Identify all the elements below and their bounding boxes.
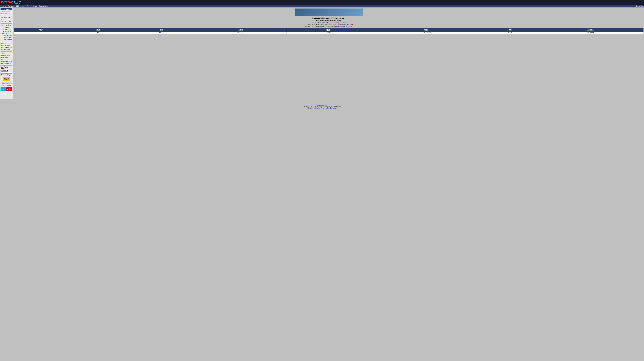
all-users-list-link[interactable]: All Users List: [0, 28, 12, 30]
cell-points-24hr: 11,012,515: [195, 32, 286, 34]
social-section: 🐦 Tweet 📌 Merken: [0, 87, 12, 91]
stats-nav-section: Stats Home/News All Summary All Users Li…: [0, 24, 12, 41]
cell-points-update: 4,518,169: [286, 32, 370, 34]
time-label: Time Now:: [0, 17, 7, 19]
color-code-label: Color codes are as follows:: [304, 24, 320, 25]
cell-wus-total: 9,570: [482, 32, 538, 34]
paypal-description: All Donations Help With Server Expenses …: [0, 81, 12, 86]
update-label: Update:: [0, 11, 5, 13]
help-button[interactable]: Help: [7, 74, 11, 76]
team-summary-link[interactable]: Team Summary: [0, 35, 12, 37]
merken-button[interactable]: 📌 Merken: [6, 87, 12, 91]
color-codes: Color codes are as follows: 0 / 1+ / 15k…: [14, 24, 644, 25]
footer: Folding Stats 2.4.0 Copyright © 2000-202…: [0, 102, 644, 110]
logo-extreme-text: EXTREME: [1, 1, 13, 4]
th-points-update: PointsUpdate: [286, 28, 370, 32]
cell-estimate: 2.9 Months: [538, 32, 644, 34]
sidebar-sep-2: [0, 42, 12, 42]
nav-eoc-forums[interactable]: EOC Forums: [15, 5, 25, 7]
stats-table: RankTeam RankProject UserName Points24hr…: [14, 28, 644, 34]
content-area: 5,000,000,000 Points Milestone Group Nex…: [13, 8, 644, 99]
date-value: 04.30.23, 12am CDT: [0, 13, 10, 17]
milestone-title: 5,000,000,000 Points Milestone Group: [14, 17, 644, 19]
th-rank-team: RankTeam: [14, 28, 68, 32]
sidebar: FAH Stats Update: Current 04.30.23, 12am…: [0, 8, 13, 99]
search-label: Team / User Search:: [0, 66, 12, 69]
table-row: 2465Neo-5211,012,5154,518,1695,029,700,4…: [14, 32, 644, 34]
fah-support-forum-link[interactable]: F@H Support Forum: [0, 56, 12, 61]
logo-oc-text: overclocking Folding 7: [13, 1, 22, 4]
privacy-policy-link[interactable]: Privacy Policy: [321, 107, 329, 109]
stats-sig-images-link[interactable]: Stats Sig Images: [0, 49, 12, 51]
team-users-list-link[interactable]: Team Users List: [0, 39, 12, 41]
cell-points-total: 5,029,700,490: [370, 32, 482, 34]
stats-database-info-link[interactable]: Stats Database Info: [0, 47, 12, 49]
cell-rank-team: 2: [14, 32, 68, 34]
footer-copyright: Copyright © 2000-2023 EXTREME Overclocki…: [0, 106, 644, 107]
th-points-total: PointsTotal: [370, 28, 482, 32]
sidebar-update-info: Update: Current 04.30.23, 12am CDT Time …: [0, 11, 12, 23]
footer-contact-link[interactable]: Contact Us: [330, 107, 336, 109]
main-layout: FAH Stats Update: Current 04.30.23, 12am…: [0, 8, 644, 99]
cc-0: 0: [320, 24, 321, 25]
red-star-note: A red star * indicates the user has just…: [14, 26, 644, 27]
th-user-name: UserName: [128, 28, 195, 32]
stats-home-news-link[interactable]: Stats Home/News: [0, 24, 12, 26]
stats-faq-link[interactable]: Stats FAQ: [0, 42, 12, 44]
nav-links: Home | Reviews | EOC Forums | File Downl…: [1, 5, 48, 7]
nav-bar: Home | Reviews | EOC Forums | File Downl…: [0, 5, 644, 8]
search-type-select[interactable]: TeamID UserID: [0, 70, 8, 72]
nav-folding-stats[interactable]: Folding Stats: [38, 5, 48, 7]
tweet-button[interactable]: 🐦 Tweet: [0, 87, 6, 91]
faq-section: Stats FAQ Stats Export Info Stats Databa…: [0, 42, 12, 51]
sidebar-title: FAH Stats: [0, 8, 12, 10]
banner-image: [294, 9, 362, 16]
nav-home[interactable]: Home: [1, 5, 6, 7]
update-value: Current: [6, 11, 10, 13]
nav-reviews[interactable]: Reviews: [7, 5, 14, 7]
cc-500k: 500k+: [342, 24, 346, 25]
nav-file-downloads[interactable]: File Downloads: [26, 5, 38, 7]
footer-links: Disclaimer of Liability · Privacy Policy…: [0, 107, 644, 109]
stats-export-info-link[interactable]: Stats Export Info: [0, 44, 12, 47]
logo-folding-text: Folding: [14, 2, 20, 4]
team-overtake-link[interactable]: Team Overtake: [0, 37, 12, 39]
cc-1plus: 1+: [322, 24, 324, 25]
cc-50k: 50k+: [328, 24, 332, 25]
official-folding-home-link[interactable]: Official Folding@Home: [0, 52, 12, 56]
search-buttons: Search Help: [0, 74, 12, 76]
cell-rank-project: 465: [68, 32, 128, 34]
paypal-donate-button[interactable]: PayPalDONATE: [3, 77, 10, 81]
milestone-subtitle: Next Milestone: 6,000,000,000 Points: [14, 20, 644, 21]
cc-15k: 15k+: [325, 24, 328, 25]
th-points-24hr: Points24hr Avg: [195, 28, 286, 32]
search-input[interactable]: [0, 72, 12, 74]
cc-100k: 100k+: [332, 24, 336, 25]
th-wus-total: WUsTotal: [482, 28, 538, 32]
cc-1m: 1M+: [347, 24, 349, 25]
next-run-value: 37 min: [7, 21, 10, 22]
search-section: Team / User Search: TeamID UserID Search…: [0, 66, 12, 76]
footer-software: Folding Stats 2.4.0: [0, 105, 644, 106]
all-teams-list-link[interactable]: All Teams List: [0, 30, 12, 33]
all-summary-link[interactable]: All Summary: [0, 26, 12, 28]
logo-bar: EXTREME overclocking Folding 7: [0, 0, 644, 5]
paypal-section: PayPalDONATE All Donations Help With Ser…: [0, 77, 12, 86]
disclaimer-link[interactable]: Disclaimer of Liability: [308, 107, 320, 109]
fah-server-status-link[interactable]: F@H Server Status: [0, 61, 12, 63]
search-button[interactable]: Search: [0, 74, 6, 76]
logo-container: EXTREME overclocking Folding 7: [1, 1, 21, 4]
stats-table-body: 2465Neo-5211,012,5154,518,1695,029,700,4…: [14, 32, 644, 34]
th-rank-project: RankProject: [68, 28, 128, 32]
external-links-section: Official Folding@Home F@H Support Forum …: [0, 52, 12, 65]
logo-tagline: 7: [20, 2, 21, 4]
cc-250k: 250k+: [337, 24, 341, 25]
eoc-fah-forum-link[interactable]: EOC F@H Forum: [0, 63, 12, 65]
milestone-container: 5,000,000,000 Points Milestone Group Nex…: [14, 17, 644, 34]
th-estimate: EstimateNext Milestone: [538, 28, 644, 32]
team-240890-link[interactable]: |- Team: 240890: [0, 33, 12, 35]
color-code-intro: Users are color coded based on 24 hour a…: [14, 22, 644, 24]
cell-user[interactable]: Neo-52: [128, 32, 195, 34]
contact-us-link[interactable]: Contact Us: [636, 5, 643, 7]
cc-2m: 2M+: [350, 24, 353, 25]
